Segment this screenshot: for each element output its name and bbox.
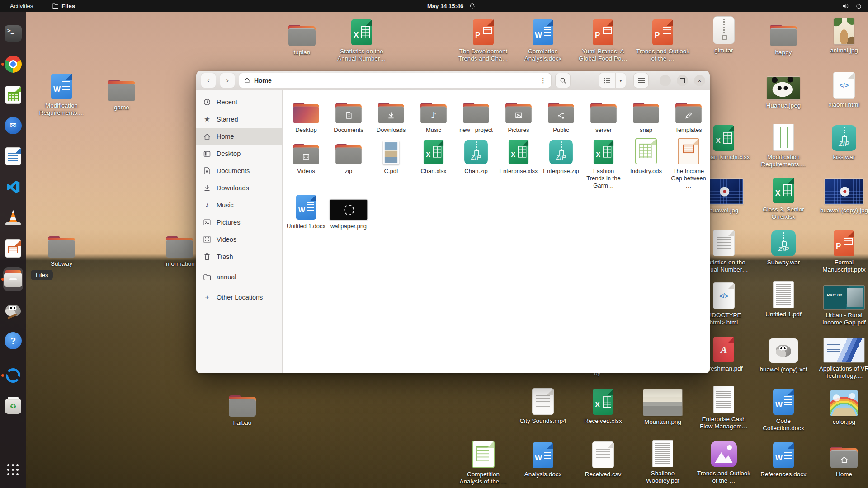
minimize-button[interactable]: –	[660, 75, 671, 86]
desktop-icon[interactable]: </>xiaomi.html	[816, 70, 868, 108]
desktop-icon[interactable]: animal.jpg	[816, 16, 868, 54]
activities-button[interactable]: Activities	[0, 3, 33, 9]
file-item[interactable]: ZiPEnterprise.zip	[540, 137, 582, 189]
sidebar-item-annual[interactable]: annual	[196, 268, 282, 286]
desktop-icon[interactable]: Subway	[33, 230, 90, 267]
file-item[interactable]: Public	[540, 96, 582, 134]
desktop-icon[interactable]: tupian	[274, 18, 330, 56]
search-button[interactable]	[555, 73, 571, 88]
desktop-icon[interactable]: happy	[755, 18, 811, 56]
dock-item-libreoffice-writer[interactable]	[0, 141, 26, 172]
desktop-icon[interactable]: gim.tar	[696, 16, 752, 54]
sidebar-item-starred[interactable]: ★Starred	[196, 111, 282, 128]
dock-item-libreoffice-calc[interactable]	[0, 80, 26, 110]
sidebar-item-downloads[interactable]: Downloads	[196, 179, 282, 197]
list-view-icon[interactable]	[599, 73, 615, 88]
file-item[interactable]: XChan.xlsx	[412, 137, 455, 189]
sidebar-item-videos[interactable]: Videos	[196, 231, 282, 248]
sidebar-item-recent[interactable]: Recent	[196, 94, 282, 111]
sidebar-item-desktop[interactable]: Desktop	[196, 145, 282, 162]
view-options-chevron-icon[interactable]: ▾	[615, 73, 626, 88]
desktop-icon[interactable]: WModification Requirements....	[33, 71, 90, 117]
desktop-icon[interactable]: color.jpg	[816, 388, 868, 426]
desktop-icon[interactable]: Enterprise Cash Flow Managem…	[696, 385, 752, 430]
desktop-icon[interactable]: WAnalysis.docx	[515, 440, 571, 478]
file-item[interactable]: Videos	[285, 137, 327, 189]
file-item[interactable]: Pictures	[497, 96, 540, 134]
file-item[interactable]: Downloads	[370, 96, 412, 134]
desktop-icon[interactable]: PTrends and Outlook of the …	[635, 17, 691, 62]
system-status-area[interactable]	[842, 3, 868, 9]
file-item[interactable]: Documents	[327, 96, 370, 134]
dock-item-gimp[interactable]	[0, 295, 26, 325]
nav-forward-button[interactable]: ›	[220, 73, 235, 88]
file-item[interactable]: The Income Gap between …	[667, 137, 710, 189]
dock-item-help[interactable]: ?	[0, 325, 26, 356]
hamburger-menu-button[interactable]	[633, 73, 649, 88]
sidebar-item-music[interactable]: ♪Music	[196, 197, 282, 214]
file-item[interactable]: ♪Music	[412, 96, 455, 134]
path-menu-icon[interactable]: ⋮	[540, 76, 547, 84]
dock-item-software-update[interactable]	[0, 360, 26, 391]
desktop-icon[interactable]: XReceived.xlsx	[575, 387, 631, 425]
desktop-icon[interactable]: WReferences.docx	[755, 440, 811, 478]
nav-back-button[interactable]: ‹	[201, 73, 216, 88]
desktop-icon[interactable]: City Sounds.mp4	[515, 387, 571, 425]
maximize-button[interactable]	[677, 75, 688, 86]
file-item[interactable]: C.pdf	[370, 137, 412, 189]
desktop-icon[interactable]: XClass 3, Senior One.xlsx	[755, 175, 811, 221]
desktop-icon[interactable]: Applications of VR Technology....	[816, 334, 868, 380]
desktop-icon[interactable]: PYum! Brands: A Global Food Po…	[575, 17, 631, 62]
desktop-icon[interactable]: WCorrelation Analysis.docx	[515, 17, 571, 62]
file-item[interactable]: wallpaper.png	[327, 192, 370, 230]
desktop-icon[interactable]: Received.csv	[575, 440, 631, 478]
path-bar[interactable]: Home ⋮	[239, 73, 552, 88]
desktop-icon[interactable]: PThe Development Trends and Cha…	[455, 17, 511, 62]
desktop-icon[interactable]: ZiPkiss.war	[816, 123, 868, 161]
clock-menu[interactable]: May 14 15:46	[427, 3, 475, 9]
desktop-icon[interactable]: ZiPSubway.war	[755, 228, 811, 266]
desktop-icon[interactable]: Huahua.jpeg	[755, 71, 811, 109]
desktop-icon[interactable]: Shailene Woodley.pdf	[635, 439, 691, 484]
dock-item-chrome[interactable]	[0, 49, 26, 80]
show-applications-button[interactable]	[0, 456, 26, 483]
file-item[interactable]: XEnterprise.xlsx	[497, 137, 540, 189]
dock-item-vlc[interactable]	[0, 202, 26, 233]
app-menu-files[interactable]: Files	[52, 3, 75, 9]
desktop-icon[interactable]: PFormal Manuscript.pptx	[816, 228, 868, 273]
dock-item-terminal[interactable]: >_	[0, 18, 26, 49]
sidebar-item-trash[interactable]: Trash	[196, 248, 282, 265]
sidebar-item-documents[interactable]: Documents	[196, 162, 282, 179]
file-item[interactable]: server	[582, 96, 625, 134]
file-item[interactable]: new_ project	[455, 96, 497, 134]
dock-item-files[interactable]	[0, 264, 26, 295]
desktop-icon[interactable]: huawei (copy).jpg	[816, 176, 868, 214]
desktop-icon[interactable]: haibao	[214, 389, 270, 427]
dock-item-thunderbird[interactable]: ✉	[0, 110, 26, 141]
close-button[interactable]: ×	[694, 75, 705, 86]
desktop-icon[interactable]: Mountain.png	[635, 388, 691, 426]
desktop-icon[interactable]: Modification Requirements....	[755, 123, 811, 168]
file-item[interactable]: ZiPChan.zip	[455, 137, 497, 189]
desktop-icon[interactable]: Part 02Urban - Rural Income Gap.pdf	[816, 281, 868, 326]
desktop-icon[interactable]: Trends and Outlook of the …	[696, 439, 752, 484]
sidebar-item-home[interactable]: Home	[196, 128, 282, 145]
sidebar-item-pictures[interactable]: Pictures	[196, 214, 282, 231]
dock-item-libreoffice-impress[interactable]	[0, 233, 26, 264]
dock-item-vscode[interactable]	[0, 172, 26, 202]
desktop-icon[interactable]: huawei (copy).xcf	[755, 335, 811, 373]
window-titlebar[interactable]: ‹ › Home ⋮ ▾ – ×	[196, 71, 710, 90]
desktop-icon[interactable]: Home	[816, 440, 868, 478]
desktop-icon[interactable]: game	[94, 73, 150, 111]
dock-item-trash[interactable]: ♻	[0, 391, 26, 422]
sidebar-item-other-locations[interactable]: +Other Locations	[196, 289, 282, 306]
file-item[interactable]: snap	[625, 96, 667, 134]
desktop-icon[interactable]: XStatistics on the Annual Number…	[334, 17, 390, 62]
file-item[interactable]: Industry.ods	[625, 137, 667, 189]
view-toggle[interactable]: ▾	[599, 73, 626, 88]
file-item[interactable]: XFashion Trends in the Garm…	[582, 137, 625, 189]
file-item[interactable]: zip	[327, 137, 370, 189]
desktop-icon[interactable]: WCode Collection.docx	[755, 387, 811, 432]
file-item[interactable]: Templates	[667, 96, 710, 134]
file-item[interactable]: Desktop	[285, 96, 327, 134]
